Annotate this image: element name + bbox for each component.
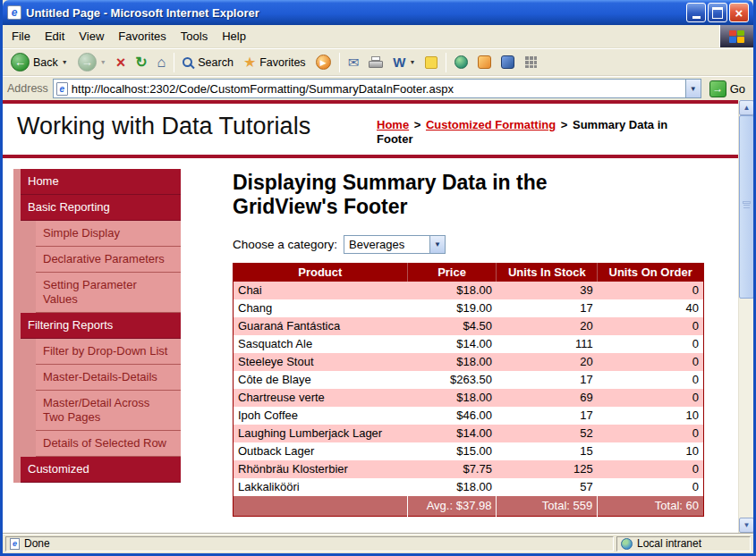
address-url-text[interactable]: http://localhost:2302/Code/CustomFormatt…: [72, 82, 682, 96]
sidebar-item[interactable]: Master/Detail Across Two Pages: [36, 391, 181, 431]
sidebar-item[interactable]: Basic Reporting: [21, 195, 181, 221]
refresh-button[interactable]: ↻: [131, 50, 151, 74]
address-input[interactable]: e http://localhost:2302/Code/CustomForma…: [53, 79, 701, 98]
menu-item[interactable]: Help: [215, 25, 253, 47]
footer-cell-average: Avg.: $37.98: [407, 496, 497, 517]
close-button[interactable]: ×: [729, 3, 749, 22]
sidebar-item[interactable]: Master-Details-Details: [36, 365, 181, 391]
category-dropdown[interactable]: Beverages ▼: [344, 235, 446, 254]
menu-item[interactable]: Edit: [38, 25, 72, 47]
back-chevron-icon[interactable]: ▼: [62, 59, 68, 65]
sidebar-item[interactable]: Declarative Parameters: [36, 247, 181, 273]
research-icon: [501, 55, 514, 69]
menu-item[interactable]: Tools: [174, 25, 215, 47]
minimize-button[interactable]: [686, 3, 706, 22]
cell-product: Chang: [234, 299, 408, 317]
scroll-up-button[interactable]: ▲: [739, 100, 753, 115]
messenger-icon: [454, 55, 468, 69]
status-text: Done: [24, 537, 50, 550]
sidebar-item[interactable]: Filtering Reports: [21, 313, 181, 339]
scroll-down-button[interactable]: ▼: [739, 518, 753, 533]
home-button[interactable]: ⌂: [153, 50, 171, 74]
table-row: Chartreuse verte $18.00 69 0: [234, 389, 704, 407]
edit-with-word-button[interactable]: W ▼: [388, 50, 420, 74]
forward-button[interactable]: → ▼: [73, 50, 111, 74]
cell-units-in-stock: 15: [497, 442, 598, 460]
status-pane: e Done: [5, 536, 614, 552]
site-title: Working with Data Tutorials: [17, 113, 310, 147]
cell-price: $18.00: [407, 478, 497, 496]
sidebar-item[interactable]: Customized: [21, 457, 181, 483]
toolbar-separator: [446, 53, 446, 72]
sidebar-item[interactable]: Filter by Drop-Down List: [36, 339, 181, 365]
breadcrumb: Home > Customized Formatting > Summary D…: [377, 118, 697, 147]
column-header-units-in-stock: Units In Stock: [497, 264, 598, 282]
table-row: Côte de Blaye $263.50 17 0: [234, 371, 704, 389]
chevron-down-icon[interactable]: ▼: [429, 236, 445, 253]
column-header-units-on-order: Units On Order: [598, 264, 704, 282]
breadcrumb-link-customized-formatting[interactable]: Customized Formatting: [426, 118, 556, 131]
discuss-button[interactable]: [420, 50, 442, 74]
cell-units-on-order: 0: [598, 282, 704, 299]
cell-units-in-stock: 111: [497, 335, 598, 353]
mail-icon: ✉: [348, 55, 360, 71]
column-header-price: Price: [407, 264, 497, 282]
vertical-scrollbar[interactable]: ▲ ▼: [738, 100, 753, 533]
msn-button[interactable]: [473, 50, 496, 74]
window-title: Untitled Page - Microsoft Internet Explo…: [26, 6, 682, 20]
cell-units-in-stock: 39: [497, 282, 598, 299]
sidebar-item[interactable]: Setting Parameter Values: [36, 273, 181, 313]
footer-cell-total-stock: Total: 559: [497, 496, 598, 517]
mail-button[interactable]: ✉: [344, 50, 364, 74]
cell-units-on-order: 40: [598, 299, 704, 317]
status-bar: e Done Local intranet: [3, 533, 753, 553]
cell-product: Steeleye Stout: [234, 353, 408, 371]
sidebar-item[interactable]: Details of Selected Row: [36, 431, 181, 457]
search-icon: [183, 57, 192, 67]
zone-text: Local intranet: [637, 537, 701, 550]
search-button[interactable]: Search: [178, 50, 238, 74]
stop-icon: ×: [116, 55, 126, 71]
cell-units-in-stock: 17: [497, 371, 598, 389]
messenger-button[interactable]: [450, 50, 472, 74]
cell-price: $14.00: [407, 335, 497, 353]
page-icon: e: [56, 82, 68, 96]
sidebar-item[interactable]: Home: [21, 169, 181, 195]
word-chevron-icon[interactable]: ▼: [409, 59, 415, 65]
table-row: Outback Lager $15.00 15 10: [234, 442, 704, 460]
windows-brand-logo: [719, 25, 753, 47]
page-content: Working with Data Tutorials Home > Custo…: [3, 100, 738, 533]
media-button[interactable]: ▶: [311, 50, 336, 74]
sidebar-item[interactable]: Simple Display: [36, 221, 181, 247]
masthead: Working with Data Tutorials Home > Custo…: [3, 104, 738, 155]
go-button[interactable]: → Go: [706, 80, 749, 97]
document-icon: e: [10, 538, 20, 550]
scrollbar-thumb[interactable]: [739, 115, 753, 299]
favorites-star-icon: ★: [243, 54, 256, 71]
back-button[interactable]: ← Back ▼: [6, 50, 72, 74]
quick-links-button[interactable]: [520, 50, 542, 74]
breadcrumb-link-home[interactable]: Home: [377, 118, 409, 131]
cell-price: $46.00: [407, 407, 497, 425]
cell-units-on-order: 0: [598, 460, 704, 478]
sidebar-item-label: Customized: [28, 462, 89, 476]
page-heading: Displaying Summary Data in the GridView'…: [233, 171, 644, 219]
go-label: Go: [730, 82, 745, 96]
favorites-button[interactable]: ★ Favorites: [239, 50, 310, 74]
menu-item[interactable]: View: [72, 25, 111, 47]
ie-page-icon: e: [7, 5, 21, 20]
toolbar-separator: [174, 53, 174, 72]
maximize-button[interactable]: [708, 3, 727, 22]
address-dropdown-icon[interactable]: ▼: [685, 80, 701, 97]
menu-item[interactable]: File: [4, 25, 38, 47]
browser-window: e Untitled Page - Microsoft Internet Exp…: [0, 0, 756, 556]
home-icon: ⌂: [157, 55, 166, 71]
cell-product: Chai: [234, 282, 408, 299]
cell-units-in-stock: 17: [497, 407, 598, 425]
research-button[interactable]: [497, 50, 519, 74]
stop-button[interactable]: ×: [112, 50, 131, 74]
menu-item[interactable]: Favorites: [111, 25, 173, 47]
cell-units-on-order: 10: [598, 407, 704, 425]
print-button[interactable]: [364, 50, 387, 74]
cell-product: Ipoh Coffee: [234, 407, 408, 425]
